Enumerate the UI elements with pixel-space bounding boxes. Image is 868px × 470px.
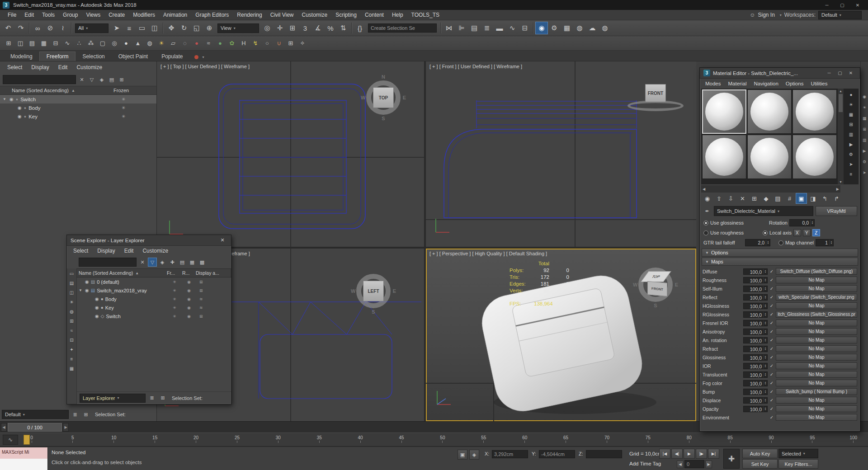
menu-item[interactable]: Scripting xyxy=(331,10,361,20)
close-icon[interactable]: ✕ xyxy=(217,237,227,243)
particles-icon[interactable]: ⁂ xyxy=(85,38,97,49)
compass-west-label[interactable]: W xyxy=(361,95,365,100)
renderable-state-icon[interactable]: ◉ xyxy=(182,314,196,319)
compass-south-label[interactable]: S xyxy=(382,116,385,121)
map-enable-checkbox[interactable]: ✓ xyxy=(768,363,776,368)
node-label[interactable]: Body xyxy=(28,105,40,111)
cone-primitive-icon[interactable]: ▲ xyxy=(132,38,144,49)
grid-quick-icon[interactable]: ⊞ xyxy=(81,410,90,419)
workspaces-dropdown[interactable]: Default ▾ xyxy=(818,11,862,19)
compass-south-label[interactable]: S xyxy=(654,303,657,308)
ruler-tick[interactable]: 25 xyxy=(232,435,241,443)
menu-item[interactable]: Graph Editors xyxy=(191,10,233,20)
make-unique-icon[interactable]: ◆ xyxy=(760,193,772,204)
map-amount-spinner[interactable]: 100,0 ▲▼ xyxy=(743,363,768,369)
coord-y-field[interactable] xyxy=(539,450,575,458)
snap-grid-icon[interactable]: ⊞ xyxy=(3,38,14,49)
layer-explorer-row[interactable]: ◉ ▤ 0 (default) ✳ ◉ ⊞ xyxy=(77,277,231,286)
ribbon-tab[interactable]: Freeform xyxy=(39,52,76,61)
frozen-state-icon[interactable]: ✳ xyxy=(167,297,182,301)
ruler-tick[interactable]: 40 xyxy=(356,435,365,443)
dock-preview-icon[interactable]: ▶ xyxy=(861,147,868,154)
viewcube-top-face[interactable]: TOP xyxy=(373,87,394,108)
layer-explorer-row[interactable]: ◉ ● Body ✳ ◉ ≋ xyxy=(77,295,231,303)
window-crossing-toggle-icon[interactable]: ◫ xyxy=(148,22,161,34)
ruler-tick[interactable]: 85 xyxy=(726,435,735,443)
ruler-tick[interactable]: 80 xyxy=(684,435,693,443)
select-and-manipulate-icon[interactable]: ✛ xyxy=(274,22,286,34)
scroll-up-icon[interactable]: ▲ xyxy=(839,89,842,93)
explorer-menu-item[interactable]: Customize xyxy=(72,64,107,70)
ruler-tick[interactable]: 35 xyxy=(315,435,324,443)
key-set-dropdown[interactable]: Selected ▾ xyxy=(778,449,818,458)
next-frame-button[interactable]: |▶ xyxy=(696,449,707,459)
go-to-parent-icon[interactable]: ↰ xyxy=(819,193,830,204)
dotted-sphere-icon[interactable]: ◌ xyxy=(179,38,191,49)
expand-caret-icon[interactable]: ▼ xyxy=(3,97,7,101)
layer-explorer-row[interactable]: ▼ ◉ ▤ Switch_max2018_vray ✳ ◉ ⊞ xyxy=(77,286,231,295)
column-display-header[interactable]: Display a... xyxy=(196,270,231,276)
current-frame-field[interactable] xyxy=(684,460,704,468)
ribbon-tab[interactable]: Populate xyxy=(155,52,189,61)
map-enable-checkbox[interactable]: ✓ xyxy=(768,303,776,308)
material-sample-slot[interactable] xyxy=(747,135,792,179)
explorer-search-input[interactable] xyxy=(3,75,76,84)
ruler-tick[interactable]: 100 xyxy=(849,435,858,443)
torus-primitive-icon[interactable]: ◎ xyxy=(108,38,120,49)
scroll-left-icon[interactable]: ◀ xyxy=(703,187,705,191)
map-amount-spinner[interactable]: 100,0 ▲▼ xyxy=(743,380,768,386)
layers-flat-icon[interactable]: ▩ xyxy=(198,258,207,267)
map-amount-spinner[interactable]: 100,0 ▲▼ xyxy=(743,406,768,412)
explorer-menu-item[interactable]: Display xyxy=(93,248,119,254)
node-label[interactable]: 0 (default) xyxy=(97,279,119,285)
viewport-label-front[interactable]: [ + ] [ Front ] [ User Defined ] [ Wiref… xyxy=(429,64,522,69)
local-axis-radio[interactable] xyxy=(763,230,768,235)
render-production-icon[interactable]: ◍ xyxy=(573,22,586,34)
menu-item[interactable]: Group xyxy=(59,10,82,20)
ruler-tick[interactable]: 30 xyxy=(274,435,283,443)
set-key-button[interactable]: Set Key xyxy=(742,459,778,469)
array-icon[interactable]: ⊞ xyxy=(285,38,297,49)
play-button[interactable]: ▶ xyxy=(684,449,695,459)
material-id-channel-icon[interactable]: # xyxy=(784,193,795,204)
map-enable-checkbox[interactable]: ✓ xyxy=(768,389,776,394)
explorer-display-xrefs-icon[interactable]: ✦ xyxy=(68,345,76,353)
pick-columns-icon[interactable]: ▤ xyxy=(107,75,116,84)
dual-plane-icon[interactable]: ◫ xyxy=(14,38,26,49)
render-flyout-icon[interactable]: ◍ xyxy=(599,22,611,34)
map-slot-button[interactable]: No Map xyxy=(776,320,857,326)
material-type-button[interactable]: VRayMtl xyxy=(816,206,857,216)
map-enable-checkbox[interactable]: ✓ xyxy=(768,312,776,317)
viewcube-left-face[interactable]: LEFT xyxy=(363,281,384,301)
dock-uv-tiling-icon[interactable]: ⊞ xyxy=(861,126,868,132)
red-material-icon[interactable]: ● xyxy=(191,38,203,49)
axis-z-button[interactable]: Z xyxy=(812,229,820,236)
material-sample-slot[interactable] xyxy=(747,89,792,134)
visibility-eye-icon[interactable]: ◉ xyxy=(85,279,89,284)
use-glossiness-radio[interactable] xyxy=(703,221,708,226)
toggle-layer-explorer-icon[interactable]: ≣ xyxy=(481,22,493,34)
explorer-menu-item[interactable]: Customize xyxy=(138,248,173,254)
key-filters-button[interactable]: Key Filters... xyxy=(778,459,818,469)
scroll-right-icon[interactable]: ▶ xyxy=(836,187,839,191)
map-amount-spinner[interactable]: 100,0 ▲▼ xyxy=(743,337,768,343)
explorer-display-none-icon[interactable]: ▭ xyxy=(68,269,76,277)
selection-lock-toggle[interactable]: ◈ xyxy=(469,450,479,460)
layers-quick-icon[interactable]: ≣ xyxy=(147,394,156,403)
coord-x-field[interactable] xyxy=(492,450,528,458)
menu-item[interactable]: Content xyxy=(361,10,388,20)
sample-hscrollbar[interactable]: ◀ ▶ xyxy=(701,185,840,193)
menu-item[interactable]: Help xyxy=(388,10,407,20)
explorer-mode-dropdown[interactable]: Default ▾ xyxy=(2,410,69,419)
ruler-tick[interactable]: 20 xyxy=(192,435,201,443)
viewcube-front-face[interactable]: FRONT xyxy=(645,84,666,102)
layer-column-headers[interactable]: Name (Sorted Ascending) ▲ Fr... R... Dis… xyxy=(77,268,231,277)
use-pivot-point-icon[interactable]: ◎ xyxy=(261,22,274,34)
frozen-state-icon[interactable]: ✳ xyxy=(113,114,156,119)
menu-item[interactable]: Edit xyxy=(20,10,38,20)
dock-options-icon[interactable]: ⚙ xyxy=(861,158,868,165)
toggle-ribbon-icon[interactable]: ▬ xyxy=(493,22,506,34)
map-slot-button[interactable]: Switch_bump ( Normal Bump ) xyxy=(776,388,857,395)
display-state-icon[interactable]: ⊞ xyxy=(196,314,231,319)
ribbon-tab[interactable]: Modeling xyxy=(4,52,39,61)
